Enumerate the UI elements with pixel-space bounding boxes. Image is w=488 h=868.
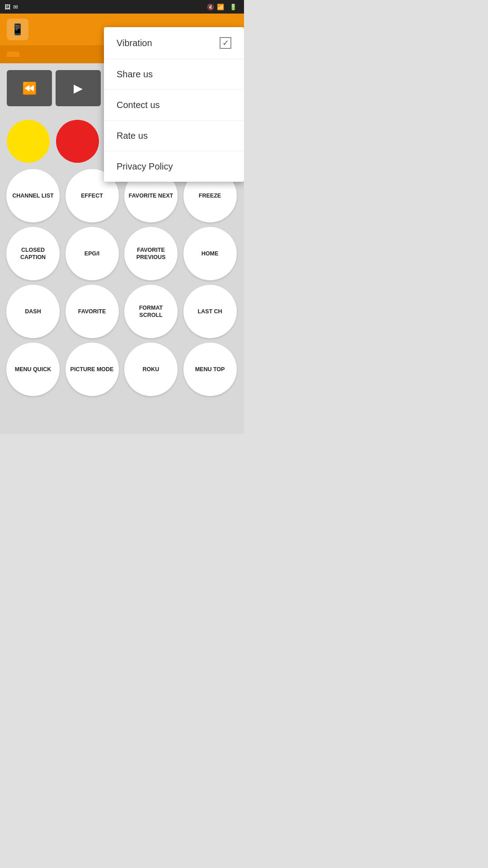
remote-button-last-ch[interactable]: LAST CH bbox=[183, 285, 237, 338]
remote-button-favorite-previous[interactable]: FAVORITE PREVIOUS bbox=[124, 227, 178, 280]
status-right: 🔇 📶 🔋 bbox=[207, 4, 239, 10]
remote-button-picture-mode[interactable]: PICTURE MODE bbox=[66, 343, 119, 396]
remote-button-roku[interactable]: ROKU bbox=[124, 343, 178, 396]
status-left-icons: 🖼 ✉ bbox=[5, 4, 18, 10]
battery-icon: 🔋 bbox=[230, 4, 237, 10]
red-button[interactable] bbox=[56, 120, 99, 163]
dropdown-item-label: Privacy Policy bbox=[117, 161, 173, 172]
yellow-button[interactable] bbox=[7, 120, 50, 163]
dropdown-item-label: Contect us bbox=[117, 100, 160, 110]
rewind-button[interactable]: ⏪ bbox=[7, 70, 52, 106]
dropdown-item-privacy-policy[interactable]: Privacy Policy bbox=[104, 151, 244, 182]
remote-button-menu-quick[interactable]: MENU QUICK bbox=[6, 343, 60, 396]
device-tab[interactable] bbox=[7, 52, 19, 57]
dropdown-item-vibration[interactable]: Vibration✓ bbox=[104, 27, 244, 59]
dropdown-menu: Vibration✓Share usContect usRate usPriva… bbox=[104, 27, 244, 182]
mail-icon: ✉ bbox=[13, 4, 18, 10]
remote-button-home[interactable]: HOME bbox=[183, 227, 237, 280]
dropdown-item-share-us[interactable]: Share us bbox=[104, 59, 244, 90]
remote-button-dash[interactable]: DASH bbox=[6, 285, 60, 338]
remote-button-format-scroll[interactable]: FORMAT SCROLL bbox=[124, 285, 178, 338]
dropdown-item-rate-us[interactable]: Rate us bbox=[104, 121, 244, 151]
play-button[interactable]: ▶ bbox=[56, 70, 101, 106]
remote-buttons-grid: CHANNEL LISTEFFECTFAVORITE NEXTFREEZECLO… bbox=[5, 169, 239, 396]
remote-button-epg/i[interactable]: EPG/I bbox=[66, 227, 119, 280]
remote-button-favorite[interactable]: FAVORITE bbox=[66, 285, 119, 338]
remote-button-menu-top[interactable]: MENU TOP bbox=[183, 343, 237, 396]
mute-icon: 🔇 bbox=[207, 4, 214, 10]
app-icon: 📱 bbox=[7, 19, 28, 40]
dropdown-item-label: Rate us bbox=[117, 131, 148, 141]
dropdown-item-label: Share us bbox=[117, 69, 153, 80]
status-bar: 🖼 ✉ 🔇 📶 🔋 bbox=[0, 0, 244, 14]
dropdown-item-label: Vibration bbox=[117, 38, 152, 48]
image-icon: 🖼 bbox=[5, 4, 10, 10]
signal-icon: 📶 bbox=[217, 4, 224, 10]
remote-icon: 📱 bbox=[11, 23, 24, 36]
dropdown-item-contect-us[interactable]: Contect us bbox=[104, 90, 244, 121]
remote-button-closed-caption[interactable]: CLOSED CAPTION bbox=[6, 227, 60, 280]
vibration-checkbox[interactable]: ✓ bbox=[220, 37, 231, 49]
remote-button-channel-list[interactable]: CHANNEL LIST bbox=[6, 169, 60, 222]
